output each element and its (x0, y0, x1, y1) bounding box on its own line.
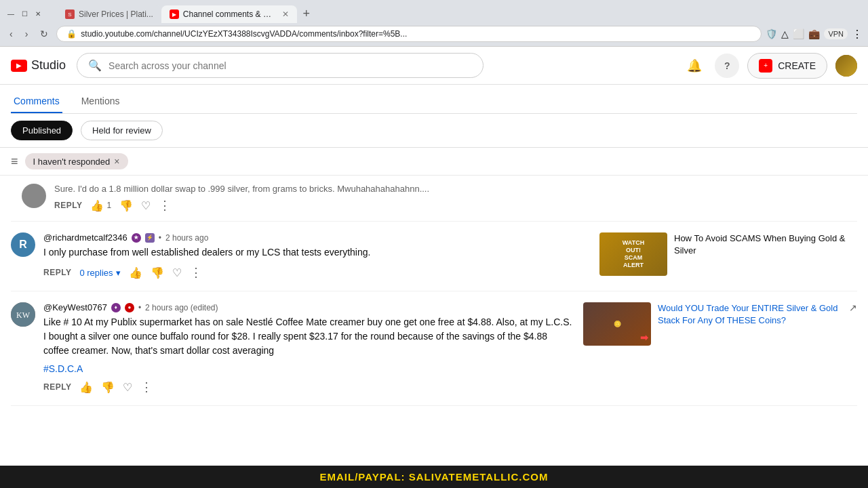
bell-icon: 🔔 (687, 58, 702, 73)
dislike-group: 👎 (101, 381, 115, 394)
more-button[interactable]: ⋮ (190, 265, 202, 280)
dislike-group: 👎 (151, 266, 164, 279)
comment-body: @richardmetcalf2346 ★ ⚡ • 2 hours ago I … (43, 232, 591, 280)
like-icon[interactable]: 👍 (79, 381, 93, 394)
new-tab-button[interactable]: + (297, 4, 316, 23)
address-bar[interactable]: 🔒 studio.youtube.com/channel/UCIzYEzXT34… (56, 26, 762, 42)
search-input[interactable] (108, 60, 472, 71)
menu-icon[interactable]: ⋮ (852, 28, 863, 41)
youtube-icon (11, 60, 27, 72)
comment-text-content: Like # 10 At my Publix supermarket has o… (43, 317, 572, 356)
external-link-icon[interactable]: ↗ (849, 302, 857, 313)
chips-row: ≡ I haven't responded × (0, 148, 868, 176)
heart-icon[interactable]: ♡ (123, 381, 132, 394)
close-button[interactable]: ✕ (33, 8, 43, 19)
lock-icon: 🔒 (66, 29, 77, 39)
tab-favicon-active: ▶ (170, 9, 179, 19)
create-button[interactable]: + CREATE (747, 53, 827, 79)
wallet-icon: 💼 (808, 28, 820, 39)
stub-more-button[interactable]: ⋮ (159, 198, 171, 213)
like-count: 1 (106, 201, 111, 210)
video-reference: WATCHOUT!SCAMALERT How To Avoid SCAMS Wh… (599, 232, 857, 276)
alert-icon: △ (781, 28, 789, 39)
active-tab[interactable]: ▶ Channel comments & mentions - ✕ (161, 5, 297, 23)
published-filter-button[interactable]: Published (11, 121, 73, 140)
like-icon[interactable]: 👍 (90, 199, 104, 212)
tab-close-button[interactable]: ✕ (282, 9, 289, 19)
like-icon[interactable]: 👍 (129, 266, 142, 279)
create-label: CREATE (778, 60, 816, 71)
studio-text: Studio (31, 58, 66, 73)
video-thumbnail[interactable]: 🪙 ➡ (583, 302, 651, 346)
comment-avatar (11, 302, 35, 327)
comment-item: @KeyWest0767 ♦ ● • 2 hours ago (edited) … (11, 291, 857, 406)
tab-mentions[interactable]: Mentions (79, 90, 123, 113)
more-button[interactable]: ⋮ (140, 380, 153, 394)
stub-reply-button[interactable]: REPLY (54, 201, 82, 210)
search-bar[interactable]: 🔍 (77, 53, 484, 78)
comment-right: WATCHOUT!SCAMALERT How To Avoid SCAMS Wh… (599, 232, 857, 276)
stub-actions: REPLY 👍 1 👎 ♡ ⋮ (54, 198, 846, 213)
held-for-review-filter-button[interactable]: Held for review (81, 121, 163, 140)
member-badge: ♦ (111, 303, 121, 312)
search-icon: 🔍 (88, 59, 102, 72)
reload-button[interactable]: ↻ (36, 27, 52, 41)
filter-icon-button[interactable]: ≡ (11, 155, 18, 169)
thumb-arrow: ➡ (640, 332, 648, 343)
bottom-banner: EMAIL/PAYPAL: SALIVATEMETALLIC.COM (0, 466, 868, 488)
minimize-button[interactable]: — (5, 8, 16, 19)
video-title[interactable]: How To Avoid SCAMS When Buying Gold & Si… (674, 232, 857, 257)
avatar-image (835, 55, 857, 77)
tab-comments[interactable]: Comments (11, 90, 62, 113)
extensions-icon: ⬜ (793, 28, 804, 39)
notifications-button[interactable]: 🔔 (682, 54, 707, 78)
inactive-tab-title: Silver Prices | Plati... (79, 9, 153, 19)
studio-header: Studio 🔍 🔔 ? + CREATE (0, 47, 868, 85)
dislike-icon[interactable]: 👎 (119, 199, 133, 212)
chip-close-button[interactable]: × (114, 156, 119, 167)
chevron-down-icon: ▾ (116, 268, 121, 278)
stub-heart-icon[interactable]: ♡ (141, 199, 151, 212)
comment-meta: @richardmetcalf2346 ★ ⚡ • 2 hours ago (43, 232, 591, 243)
comment-timestamp: 2 hours ago (165, 233, 208, 243)
replies-toggle-button[interactable]: 0 replies ▾ (79, 268, 120, 278)
tab-favicon-inactive: S (65, 9, 75, 19)
video-thumbnail[interactable]: WATCHOUT!SCAMALERT (599, 232, 667, 276)
help-button[interactable]: ? (715, 54, 739, 78)
heart-icon[interactable]: ♡ (172, 266, 182, 279)
comment-meta: @KeyWest0767 ♦ ● • 2 hours ago (edited) (43, 302, 575, 312)
video-title[interactable]: Would YOU Trade Your ENTIRE Silver & Gol… (658, 302, 841, 327)
filter-lines-icon: ≡ (11, 155, 18, 169)
member-badge: ★ (132, 233, 141, 243)
stub-like-group: 👍 1 (90, 199, 111, 212)
comment-avatar: R (11, 232, 35, 257)
forward-button[interactable]: › (21, 27, 33, 41)
main-content: Sure. I'd do a 1.8 million dollar swap t… (0, 176, 868, 488)
avatar-initials (11, 302, 35, 327)
dislike-icon[interactable]: 👎 (151, 266, 164, 279)
stub-comment: Sure. I'd do a 1.8 million dollar swap t… (11, 176, 857, 222)
video-reference: 🪙 ➡ Would YOU Trade Your ENTIRE Silver &… (583, 302, 841, 346)
create-icon: + (759, 59, 772, 73)
reply-button[interactable]: REPLY (43, 382, 71, 392)
replies-count: 0 replies (79, 268, 113, 278)
comment-body: @KeyWest0767 ♦ ● • 2 hours ago (edited) … (43, 302, 575, 394)
studio-logo[interactable]: Studio (11, 58, 66, 73)
comment-right: 🪙 ➡ Would YOU Trade Your ENTIRE Silver &… (583, 302, 857, 346)
dislike-icon[interactable]: 👎 (101, 381, 115, 394)
vpn-badge: VPN (824, 28, 848, 39)
comment-timestamp: 2 hours ago (edited) (145, 303, 218, 312)
comment-text: Like # 10 At my Publix supermarket has o… (43, 315, 575, 358)
reply-button[interactable]: REPLY (43, 268, 71, 277)
chip-label: I haven't responded (33, 157, 111, 167)
shield-icon: 🛡️ (766, 28, 777, 39)
maximize-button[interactable]: ☐ (19, 8, 30, 19)
inactive-tab[interactable]: S Silver Prices | Plati... (57, 5, 161, 23)
back-button[interactable]: ‹ (5, 27, 17, 41)
user-avatar[interactable] (835, 55, 857, 77)
nav-tabs-area: Comments Mentions Published Held for rev… (0, 85, 868, 148)
banner-text: EMAIL/PAYPAL: SALIVATEMETALLIC.COM (319, 471, 548, 483)
comment-actions: REPLY 👍 👎 ♡ ⋮ (43, 380, 575, 394)
comment-hashtag: #S.D.C.A (43, 363, 575, 374)
header-actions: 🔔 ? + CREATE (682, 53, 857, 79)
